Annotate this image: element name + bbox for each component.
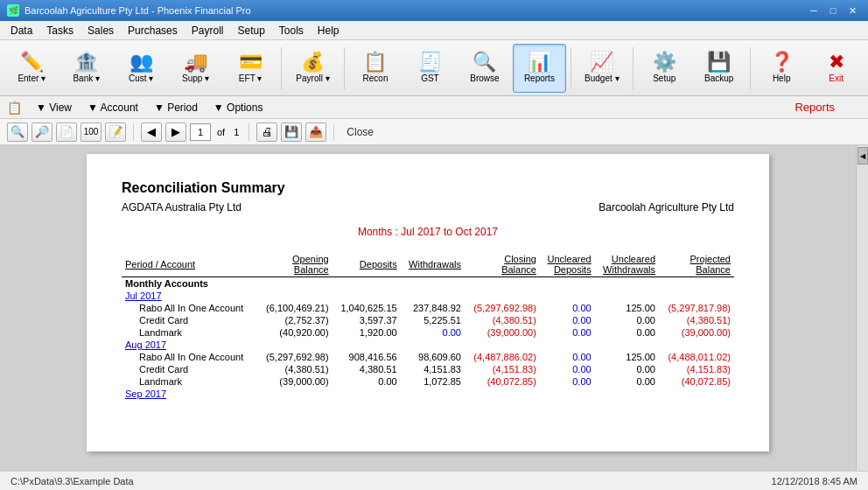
table-row: Landmark (40,920.00) 1,920.00 0.00 (39,0… (122, 326, 734, 339)
closing-balance: (4,487,886.02) (465, 351, 540, 363)
save-button[interactable]: 💾 (281, 122, 302, 142)
menu-help[interactable]: Help (311, 21, 346, 39)
options-menu[interactable]: ▼ Options (206, 100, 270, 116)
withdrawals: 237,848.92 (401, 302, 465, 314)
uncleared-withdrawals: 0.00 (595, 363, 659, 375)
col-uncleared-withdrawals: UnclearedWithdrawals (595, 252, 659, 277)
month-header[interactable]: Sep 2017 (122, 388, 734, 400)
opening-balance: (5,297,692.98) (257, 351, 332, 363)
setup-button[interactable]: ⚙️ Setup (638, 44, 690, 93)
ctrl-sep1 (133, 123, 134, 141)
eft-icon: 💳 (239, 52, 262, 72)
report-period: Months : Jul 2017 to Oct 2017 (122, 226, 734, 238)
deposits: 908,416.56 (332, 351, 401, 363)
col-period-account: Period / Account (122, 252, 257, 277)
bank-button[interactable]: 🏦 Bank ▾ (60, 44, 112, 93)
col-closing-balance: ClosingBalance (465, 252, 540, 277)
exit-button[interactable]: ✖ Exit (809, 44, 862, 93)
browse-icon: 🔍 (472, 52, 496, 72)
account-name: Landmark (122, 326, 257, 339)
uncleared-deposits: 0.00 (540, 314, 595, 326)
section-header: Monthly Accounts (122, 277, 734, 290)
closing-balance: (4,151.83) (465, 363, 540, 375)
backup-button[interactable]: 💾 Backup (693, 44, 746, 93)
menu-data[interactable]: Data (4, 21, 39, 39)
report-canvas[interactable]: Reconciliation Summary AGDATA Australia … (0, 145, 856, 471)
export-button[interactable]: 📤 (305, 122, 326, 142)
toolbar: ✏️ Enter ▾ 🏦 Bank ▾ 👥 Cust ▾ 🚚 Supp ▾ 💳 … (0, 40, 868, 96)
menu-tools[interactable]: Tools (272, 21, 311, 39)
menu-setup[interactable]: Setup (230, 21, 271, 39)
payroll-button[interactable]: 💰 Payroll ▾ (286, 44, 339, 93)
col-uncleared-deposits: UnclearedDeposits (540, 252, 595, 277)
col-deposits: Deposits (332, 252, 401, 277)
uncleared-withdrawals: 0.00 (595, 375, 659, 388)
uncleared-deposits: 0.00 (540, 351, 595, 363)
menu-tasks[interactable]: Tasks (39, 21, 80, 39)
month-header[interactable]: Jul 2017 (122, 290, 734, 302)
sep1 (281, 47, 282, 89)
status-path: C:\PxData\9.3\Example Data (10, 476, 134, 486)
close-report-button[interactable]: Close (341, 124, 379, 140)
budget-button[interactable]: 📈 Budget ▾ (576, 44, 628, 93)
gst-button[interactable]: 🧾 GST (403, 44, 456, 93)
secondary-bar: 📋 ▼ View ▼ Account ▼ Period ▼ Options Re… (0, 96, 868, 119)
help-button[interactable]: ❓ Help (755, 44, 808, 93)
company-right: Barcoolah Agriculture Pty Ltd (598, 201, 734, 214)
deposits: 3,597.37 (332, 314, 401, 326)
text-view-button[interactable]: 📝 (105, 122, 126, 142)
account-name: Rabo All In One Account (122, 351, 257, 363)
projected-balance: (4,380.51) (659, 314, 734, 326)
view-menu[interactable]: ▼ View (29, 100, 79, 116)
recon-icon: 📋 (363, 52, 387, 72)
account-name: Credit Card (122, 314, 257, 326)
zoom-out-button[interactable]: 🔎 (32, 122, 52, 142)
col-withdrawals: Withdrawals (401, 252, 465, 277)
table-row: Rabo All In One Account (6,100,469.21) 1… (122, 302, 734, 314)
supp-icon: 🚚 (184, 52, 207, 72)
supp-button[interactable]: 🚚 Supp ▾ (169, 44, 221, 93)
print-preview-button[interactable]: 📄 (56, 122, 77, 142)
enter-button[interactable]: ✏️ Enter ▾ (5, 44, 58, 93)
col-projected-balance: ProjectedBalance (659, 252, 734, 277)
browse-button[interactable]: 🔍 Browse (458, 44, 511, 93)
page-size-button[interactable]: 100 (80, 122, 102, 142)
reports-button[interactable]: 📊 Reports (513, 44, 565, 93)
enter-icon: ✏️ (20, 52, 44, 72)
sep4 (633, 47, 634, 89)
col-opening-balance: OpeningBalance (257, 252, 332, 277)
zoom-in-button[interactable]: 🔍 (7, 122, 28, 142)
cust-button[interactable]: 👥 Cust ▾ (115, 44, 167, 93)
uncleared-withdrawals: 0.00 (595, 326, 659, 339)
bank-icon: 🏦 (74, 52, 98, 72)
next-page-button[interactable]: ▶ (165, 122, 186, 142)
account-menu[interactable]: ▼ Account (80, 100, 145, 116)
table-row: Landmark (39,000.00) 0.00 1,072.85 (40,0… (122, 375, 734, 388)
period-menu[interactable]: ▼ Period (147, 100, 205, 116)
close-window-button[interactable]: ✕ (844, 4, 861, 18)
month-header[interactable]: Aug 2017 (122, 339, 734, 351)
ctrl-sep3 (333, 123, 334, 141)
minimize-button[interactable]: ─ (805, 4, 822, 18)
maximize-button[interactable]: □ (824, 4, 842, 18)
company-left: AGDATA Australia Pty Ltd (122, 201, 242, 214)
right-panel-toggle[interactable]: ◀ (858, 147, 868, 164)
budget-icon: 📈 (590, 52, 613, 72)
uncleared-withdrawals: 125.00 (595, 302, 659, 314)
menu-payroll[interactable]: Payroll (185, 21, 231, 39)
menu-sales[interactable]: Sales (80, 21, 121, 39)
account-name: Rabo All In One Account (122, 302, 257, 314)
status-bar: C:\PxData\9.3\Example Data 12/12/2018 8:… (0, 471, 868, 490)
menu-purchases[interactable]: Purchases (121, 21, 185, 39)
account-name: Landmark (122, 375, 257, 388)
withdrawals: 5,225.51 (401, 314, 465, 326)
projected-balance: (4,488,011.02) (659, 351, 734, 363)
page-number-input[interactable] (190, 123, 211, 141)
print-button[interactable]: 🖨 (256, 122, 277, 142)
uncleared-deposits: 0.00 (540, 363, 595, 375)
prev-page-button[interactable]: ◀ (141, 122, 162, 142)
backup-icon: 💾 (707, 52, 731, 72)
menu-bar: Data Tasks Sales Purchases Payroll Setup… (0, 21, 868, 40)
recon-button[interactable]: 📋 Recon (349, 44, 402, 93)
eft-button[interactable]: 💳 EFT ▾ (224, 44, 276, 93)
